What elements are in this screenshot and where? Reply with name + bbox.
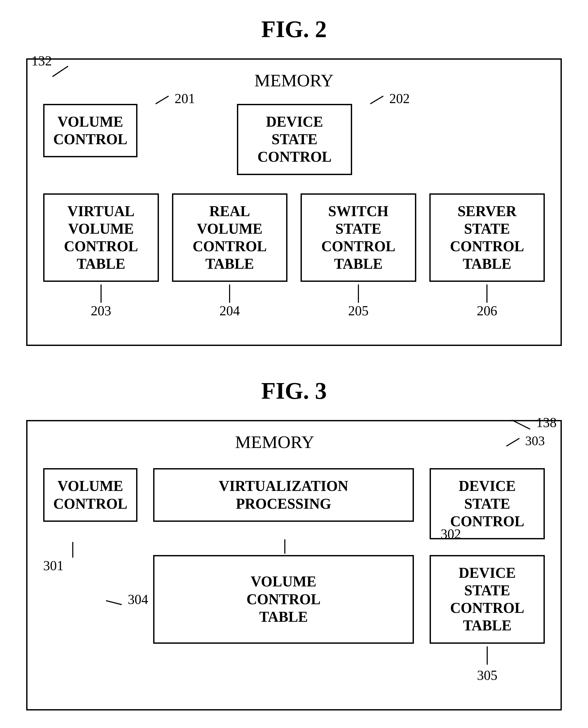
fig3-vc-line2: CONTROL [53,495,127,513]
rvct-line1: REAL [193,202,267,220]
fig3-volume-control-box: VOLUME CONTROL [43,468,138,521]
srsct-line3: CONTROL [450,238,524,255]
vvct-line3: CONTROL [64,238,138,255]
rvct-line2: VOLUME [193,220,267,238]
rvct-line4: TABLE [193,255,267,273]
dsct-line3: TABLE [441,617,533,634]
vvct-line1: VIRTUAL [64,202,138,220]
svg-line-1 [155,96,169,104]
virtual-volume-table-box: VIRTUAL VOLUME CONTROL TABLE [43,193,159,282]
volume-control-box: VOLUME CONTROL [43,104,138,157]
volume-control-table-box: VOLUME CONTROL TABLE [153,555,414,644]
ssct-line1: SWITCH STATE [312,202,404,238]
volume-control-line2: CONTROL [53,131,127,148]
ref-206: 206 [477,303,497,319]
dsct-line2: CONTROL [441,599,533,617]
ref-301: 301 [43,558,64,573]
volume-control-line1: VOLUME [53,113,127,131]
rvct-line3: CONTROL [193,238,267,255]
ref-203: 203 [91,303,111,319]
device-state-line1: DEVICE STATE [249,113,340,148]
svg-line-10 [106,601,122,605]
srsct-line2: STATE [450,220,524,238]
svg-line-2 [370,96,383,104]
vct-line1: VOLUME [246,573,320,590]
vvct-line2: VOLUME [64,220,138,238]
vct-line2: CONTROL [246,591,320,608]
ref-302: 302 [441,526,461,542]
ref-201: 201 [155,91,195,106]
ref-303: 303 [506,433,545,448]
memory-box-fig2: MEMORY VOLUME CONTROL [26,58,562,346]
memory-title-fig2: MEMORY [43,70,545,91]
device-state-control-box: DEVICE STATE CONTROL [237,104,352,175]
ssct-line3: TABLE [312,255,404,273]
fig3-container: FIG. 3 138 MEMORY 303 [26,377,562,710]
fig2-title: FIG. 2 [26,16,562,43]
ref-304: 304 [106,592,148,607]
ref-204: 204 [219,303,240,319]
memory-box-fig3: MEMORY 303 VOLUME CONTROL [26,420,562,710]
ref-305: 305 [477,667,498,683]
svg-line-8 [506,438,519,446]
srsct-line1: SERVER [450,202,524,220]
fig3-vp-line1: VIRTUALIZATION [219,477,349,495]
vct-line3: TABLE [246,608,320,626]
fig3-vc-line1: VOLUME [53,477,127,495]
fig3-vp-line2: PROCESSING [219,495,349,513]
memory-title-fig3: MEMORY [43,432,506,452]
server-state-table-box: SERVER STATE CONTROL TABLE [429,193,545,282]
switch-state-table-box: SWITCH STATE CONTROL TABLE [300,193,416,282]
fig2-container: FIG. 2 132 MEMORY VOLUME CONTROL [26,16,562,346]
ssct-line2: CONTROL [312,238,404,255]
fig3-title: FIG. 3 [26,377,562,404]
virtualization-processing-box: VIRTUALIZATION PROCESSING [153,468,414,521]
ref-205: 205 [348,303,369,319]
real-volume-table-box: REAL VOLUME CONTROL TABLE [172,193,288,282]
dsct-line1: DEVICE STATE [441,564,533,599]
device-state-control-table-box: DEVICE STATE CONTROL TABLE [429,555,545,644]
fig3-ds-line1: DEVICE STATE [441,477,533,512]
device-state-line2: CONTROL [249,148,340,166]
srsct-line4: TABLE [450,255,524,273]
ref-202: 202 [370,91,410,106]
vvct-line4: TABLE [64,255,138,273]
